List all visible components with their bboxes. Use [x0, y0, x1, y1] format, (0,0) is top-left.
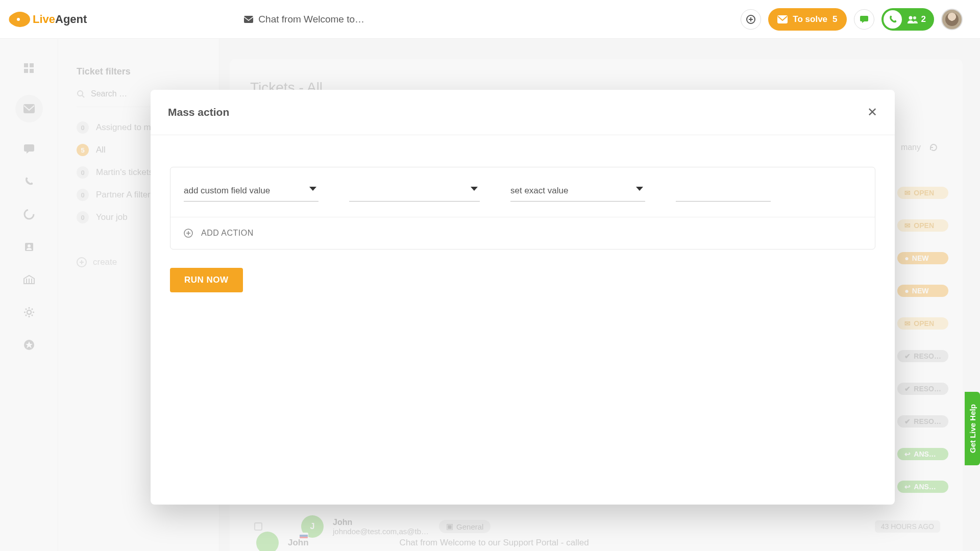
value-mode-select[interactable]: set exact value [510, 183, 645, 202]
logo-icon [6, 10, 31, 29]
close-icon[interactable]: ✕ [867, 105, 877, 119]
logo[interactable]: LiveAgent [6, 10, 87, 29]
svg-point-7 [913, 16, 916, 19]
svg-point-6 [909, 16, 912, 19]
mail-icon [244, 16, 253, 23]
to-solve-label: To solve [793, 14, 827, 24]
header-title-text: Chat from Welcome to… [258, 14, 364, 25]
modal-header: Mass action ✕ [151, 90, 895, 135]
phone-icon [884, 10, 902, 29]
to-solve-pill[interactable]: To solve 5 [768, 8, 846, 31]
svg-rect-2 [244, 16, 253, 23]
chevron-down-icon [309, 187, 316, 191]
topbar: LiveAgent Chat from Welcome to… To solve… [0, 0, 980, 39]
modal-title: Mass action [168, 106, 229, 118]
add-action-label: ADD ACTION [201, 229, 254, 238]
add-action-button[interactable]: ADD ACTION [170, 217, 875, 249]
group-count: 2 [921, 14, 926, 24]
call-group-pill[interactable]: 2 [881, 8, 934, 31]
header-title: Chat from Welcome to… [244, 14, 364, 25]
chevron-down-icon [471, 187, 478, 191]
action-type-select[interactable]: add custom field value [184, 183, 318, 202]
mass-action-modal: Mass action ✕ add custom field value set… [151, 90, 895, 505]
mail-icon [777, 15, 788, 23]
value-input[interactable] [676, 183, 771, 202]
user-avatar[interactable] [941, 9, 963, 30]
chevron-down-icon [636, 187, 643, 191]
field-select[interactable] [349, 183, 480, 202]
action-box: add custom field value set exact value A… [170, 167, 875, 249]
plus-icon [184, 229, 193, 238]
live-help-tab[interactable]: Get Live Help [965, 392, 980, 465]
add-button[interactable] [741, 9, 761, 30]
logo-text: LiveAgent [33, 13, 87, 26]
svg-rect-4 [777, 15, 788, 23]
people-icon [907, 15, 918, 23]
svg-point-1 [17, 18, 20, 21]
topbar-right: To solve 5 2 [741, 8, 963, 31]
to-solve-count: 5 [832, 14, 837, 24]
svg-rect-5 [860, 16, 868, 21]
chat-indicator[interactable] [854, 9, 874, 30]
run-now-button[interactable]: RUN NOW [170, 268, 243, 292]
